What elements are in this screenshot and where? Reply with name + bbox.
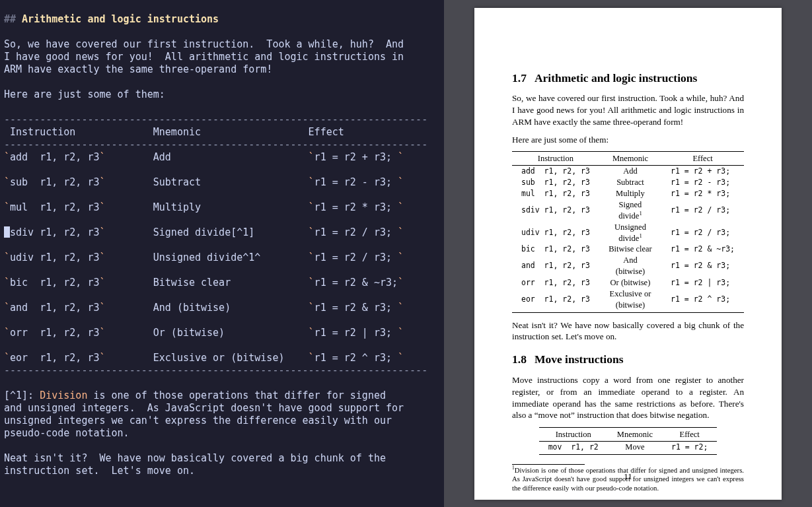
cell-instruction: mov r1, r2	[539, 442, 608, 455]
cell-instruction: sub r1, r2, r3	[512, 177, 599, 188]
cell-mnemonic: Unsigned divide1	[599, 222, 661, 244]
section-heading-2: 1.8Move instructions	[512, 352, 744, 368]
table-row: mul r1, r2, r3Multiplyr1 = r2 * r3;	[512, 188, 744, 199]
cell-mnemonic: Signed divide1	[599, 199, 661, 222]
cell-mnemonic: Add	[599, 166, 661, 177]
cell-instruction: and r1, r2, r3	[512, 255, 599, 277]
col-effect: Effect	[661, 152, 744, 166]
table-row: eor r1, r2, r3Exclusive or (bitwise)r1 =…	[512, 288, 744, 312]
cell-effect: r1 = r2 * r3;	[661, 188, 744, 199]
cell-mnemonic: Or (bitwise)	[599, 277, 661, 288]
cell-effect: r1 = r2 / r3;	[661, 222, 744, 244]
cell-mnemonic: Multiply	[599, 188, 661, 199]
preview-pane: 1.7Arithmetic and logic instructions So,…	[444, 0, 812, 507]
paragraph: Here are just some of them:	[512, 134, 744, 146]
section-heading-1: 1.7Arithmetic and logic instructions	[512, 71, 744, 86]
table-row: orr r1, r2, r3Or (bitwise)r1 = r2 | r3;	[512, 277, 744, 288]
cell-effect: r1 = r2 - r3;	[661, 177, 744, 188]
section-number: 1.7	[512, 71, 527, 84]
table-row: sdiv r1, r2, r3Signed divide1r1 = r2 / r…	[512, 199, 744, 222]
paragraph: Neat isn't it? We have now basically cov…	[512, 320, 744, 343]
table-row: bic r1, r2, r3Bitwise clearr1 = r2 & ~r3…	[512, 244, 744, 255]
cell-effect: r1 = r2;	[662, 442, 717, 455]
table-row: mov r1, r2Mover1 = r2;	[539, 442, 718, 455]
instruction-table-2: Instruction Mnemonic Effect mov r1, r2Mo…	[539, 427, 718, 455]
paragraph: Move instructions copy a word from one r…	[512, 374, 744, 421]
cell-mnemonic: Exclusive or (bitwise)	[599, 288, 661, 312]
section-number: 1.8	[512, 353, 527, 366]
pdf-page: 1.7Arithmetic and logic instructions So,…	[474, 8, 782, 500]
cell-instruction: sdiv r1, r2, r3	[512, 199, 599, 222]
cell-effect: r1 = r2 / r3;	[661, 199, 744, 222]
cell-effect: r1 = r2 + r3;	[661, 166, 744, 177]
col-mnemonic: Mnemonic	[608, 428, 662, 442]
table-row: add r1, r2, r3Addr1 = r2 + r3;	[512, 166, 744, 177]
cell-instruction: mul r1, r2, r3	[512, 188, 599, 199]
paragraph: So, we have covered our first instructio…	[512, 92, 744, 127]
col-instruction: Instruction	[539, 428, 608, 442]
section-title: Arithmetic and logic instructions	[535, 71, 697, 84]
footnote-rule	[512, 464, 585, 465]
col-effect: Effect	[662, 428, 717, 442]
cell-instruction: bic r1, r2, r3	[512, 244, 599, 255]
cell-instruction: add r1, r2, r3	[512, 166, 599, 177]
cell-mnemonic: Subtract	[599, 177, 661, 188]
col-mnemonic: Mnemonic	[599, 152, 661, 166]
cell-effect: r1 = r2 & r3;	[661, 255, 744, 277]
cell-effect: r1 = r2 | r3;	[661, 277, 744, 288]
table-row: udiv r1, r2, r3Unsigned divide1r1 = r2 /…	[512, 222, 744, 244]
col-instruction: Instruction	[512, 152, 599, 166]
cell-mnemonic: Move	[608, 442, 662, 455]
cell-effect: r1 = r2 & ~r3;	[661, 244, 744, 255]
table-row: and r1, r2, r3And (bitwise)r1 = r2 & r3;	[512, 255, 744, 277]
cell-mnemonic: Bitwise clear	[599, 244, 661, 255]
instruction-table-1: Instruction Mnemonic Effect add r1, r2, …	[512, 151, 744, 312]
cell-mnemonic: And (bitwise)	[599, 255, 661, 277]
page-number: 11	[474, 471, 782, 483]
cell-effect: r1 = r2 ^ r3;	[661, 288, 744, 312]
table-row: sub r1, r2, r3Subtractr1 = r2 - r3;	[512, 177, 744, 188]
cell-instruction: orr r1, r2, r3	[512, 277, 599, 288]
section-title: Move instructions	[535, 353, 624, 366]
editor-pane[interactable]: ## Arithmetic and logic instructions So,…	[0, 0, 444, 507]
cell-instruction: eor r1, r2, r3	[512, 288, 599, 312]
cell-instruction: udiv r1, r2, r3	[512, 222, 599, 244]
